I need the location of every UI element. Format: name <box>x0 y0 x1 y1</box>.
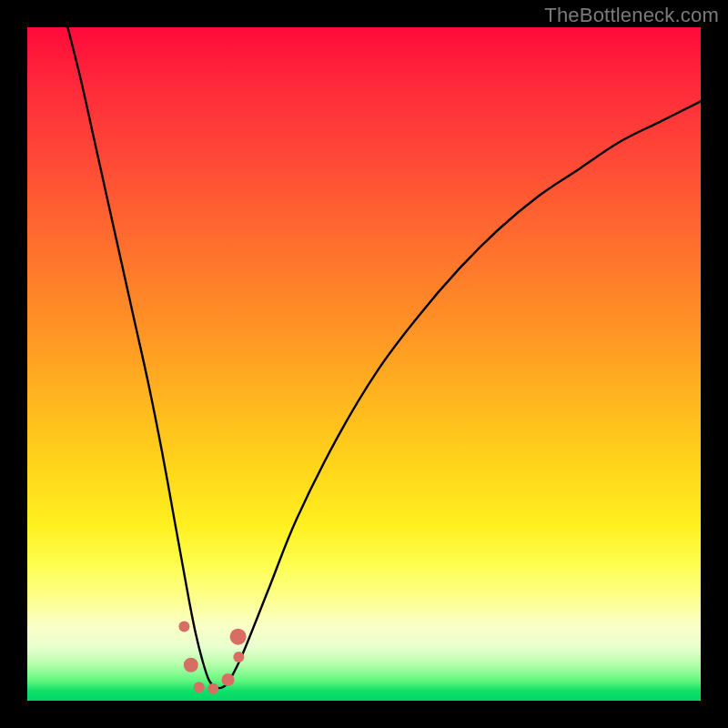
bottleneck-curve <box>67 27 701 688</box>
curve-marker <box>222 673 235 686</box>
curve-marker <box>194 682 205 693</box>
curve-marker <box>184 658 198 672</box>
curve-marker <box>233 652 244 662</box>
curve-marker <box>230 629 247 645</box>
chart-frame: TheBottleneck.com <box>0 0 728 728</box>
plot-area <box>27 27 701 701</box>
watermark-text: TheBottleneck.com <box>544 4 719 27</box>
curve-layer <box>27 27 701 701</box>
curve-marker <box>207 683 218 694</box>
curve-marker <box>178 622 189 632</box>
curve-markers <box>178 622 246 694</box>
